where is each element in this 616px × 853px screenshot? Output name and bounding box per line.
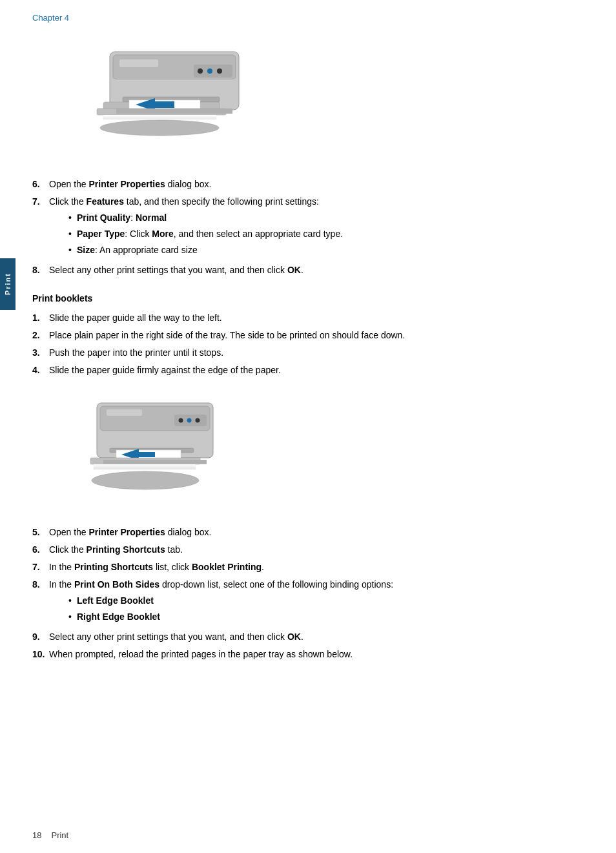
svg-rect-30 [94, 467, 196, 468]
bottom-step-7: 7. In the Printing Shortcuts list, click… [32, 560, 590, 574]
svg-point-22 [187, 418, 192, 423]
svg-rect-17 [116, 108, 232, 114]
footer: 18 Print [32, 830, 590, 840]
bottom-step-8: 8. In the Print On Both Sides drop-down … [32, 578, 590, 626]
bottom-step-6: 6. Click the Printing Shortcuts tab. [32, 543, 590, 557]
svg-rect-16 [119, 59, 158, 67]
booklet-step-2: 2. Place plain paper in the right side o… [32, 329, 590, 342]
svg-point-15 [100, 120, 219, 136]
svg-rect-13 [103, 117, 216, 118]
section-title-print-booklets: Print booklets [32, 293, 590, 303]
svg-point-6 [217, 68, 222, 74]
booklet-step-1: 1. Slide the paper guide all the way to … [32, 311, 590, 325]
svg-rect-29 [94, 466, 196, 467]
step-7: 7. Click the Features tab, and then spec… [32, 195, 590, 260]
bullet-size: Size: An appropriate card size [68, 243, 590, 257]
svg-point-5 [207, 68, 212, 74]
svg-rect-34 [107, 409, 142, 416]
step-7-bullets: Print Quality: Normal Paper Type: Click … [68, 211, 590, 257]
booklet-step-3: 3. Push the paper into the printer until… [32, 346, 590, 360]
booklet-step-4: 4. Slide the paper guide firmly against … [32, 364, 590, 377]
chapter-label: Chapter 4 [32, 13, 590, 23]
steps-bottom: 5. Open the Printer Properties dialog bo… [32, 526, 590, 661]
bullet-left-edge: Left Edge Booklet [68, 594, 590, 608]
footer-page-number: 18 [32, 830, 41, 840]
svg-point-21 [179, 418, 183, 423]
svg-rect-12 [103, 115, 216, 117]
printer-image-2 [71, 390, 232, 509]
footer-section-name: Print [51, 830, 68, 840]
step-6: 6. Open the Printer Properties dialog bo… [32, 178, 590, 191]
printer-illustration-2 [71, 390, 232, 509]
bottom-step-10: 10. When prompted, reload the printed pa… [32, 648, 590, 661]
svg-point-32 [92, 471, 199, 489]
svg-point-4 [198, 68, 203, 74]
steps-top: 6. Open the Printer Properties dialog bo… [32, 178, 590, 277]
bullet-print-quality: Print Quality: Normal [68, 211, 590, 225]
bullet-paper-type: Paper Type: Click More, and then select … [68, 227, 590, 241]
svg-rect-14 [103, 118, 216, 119]
printer-illustration-1 [71, 32, 252, 161]
step-8-bullets: Left Edge Booklet Right Edge Booklet [68, 594, 590, 624]
step-8: 8. Select any other print settings that … [32, 263, 590, 277]
svg-rect-33 [103, 460, 207, 464]
svg-rect-31 [94, 468, 196, 469]
bottom-step-9: 9. Select any other print settings that … [32, 630, 590, 644]
steps-booklets: 1. Slide the paper guide all the way to … [32, 311, 590, 377]
side-tab: Print [0, 258, 15, 310]
printer-image-1 [71, 32, 252, 161]
bullet-right-edge: Right Edge Booklet [68, 610, 590, 624]
side-tab-label: Print [4, 272, 12, 295]
svg-point-23 [196, 418, 200, 423]
bottom-step-5: 5. Open the Printer Properties dialog bo… [32, 526, 590, 539]
